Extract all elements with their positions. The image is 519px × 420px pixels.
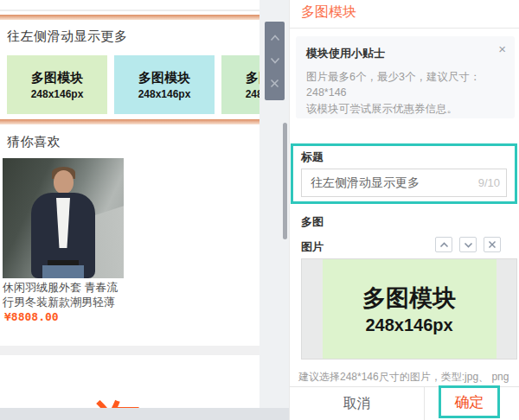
product-name-line1: 休闲羽绒服外套 青春流 — [3, 281, 119, 294]
module-move-down-button[interactable] — [268, 54, 281, 67]
title-field-highlight — [291, 143, 517, 204]
preview-card-3[interactable]: 多图模块 248x146px — [221, 55, 260, 114]
product-name-line2: 行男冬装新款潮男轻薄 — [3, 296, 115, 309]
close-icon[interactable]: × — [498, 41, 506, 56]
tips-card: × 模块使用小贴士 图片最多6个，最少3个，建议尺寸： 248*146 该模块可… — [296, 36, 515, 118]
taobao-logo: 淘 — [93, 391, 142, 408]
tips-line-1: 图片最多6个，最少3个，建议尺寸： — [306, 70, 480, 85]
image-move-up-button[interactable] — [435, 237, 452, 252]
panel-footer: 取消 确定 — [290, 386, 519, 420]
preview-gutter — [260, 0, 289, 408]
image-move-down-button[interactable] — [459, 237, 477, 252]
photo-jeans — [42, 265, 84, 278]
footer-logo-module: 淘 — [0, 355, 260, 408]
chevron-up-icon — [270, 35, 280, 41]
preview-module-title: 往左侧滑动显示更多 — [7, 29, 128, 45]
chevron-down-icon — [464, 242, 473, 248]
image-preview-size: 248x146px — [365, 315, 452, 335]
preview-card-1[interactable]: 多图模块 248x146px — [7, 55, 107, 114]
preview-bottom-bar — [0, 408, 289, 420]
module-move-up-button[interactable] — [268, 32, 281, 45]
footer-divider — [424, 387, 425, 420]
card-label: 多图模块 — [138, 70, 190, 86]
image-row-label: 图片 — [301, 239, 324, 255]
module-settings-panel: 多图模块 × 模块使用小贴士 图片最多6个，最少3个，建议尺寸： 248*146… — [289, 0, 519, 420]
photo-head — [54, 170, 74, 194]
image-hint: 建议选择248*146尺寸的图片，类型:jpg、 png — [298, 370, 509, 385]
product-image[interactable] — [3, 158, 124, 278]
module-highlight-bottom — [0, 119, 260, 124]
chevron-down-icon — [270, 57, 280, 64]
image-delete-button[interactable] — [484, 237, 501, 252]
confirm-button-label: 确定 — [455, 392, 484, 412]
image-preview-frame[interactable]: 多图模块 248x146px — [301, 258, 517, 360]
tips-title: 模块使用小贴士 — [306, 46, 385, 61]
cancel-button[interactable]: 取消 — [290, 387, 424, 420]
product-name: 休闲羽绒服外套 青春流 行男冬装新款潮男轻薄 — [3, 280, 129, 309]
product-price: ¥8808.00 — [4, 310, 59, 323]
tips-line-3: 该模块可尝试展示优惠券信息。 — [306, 102, 458, 117]
preview-scrollbar-thumb[interactable] — [283, 123, 287, 239]
x-icon — [270, 79, 279, 88]
confirm-button[interactable]: 确定 — [439, 385, 500, 418]
x-icon — [488, 240, 497, 249]
card-size: 248x146px — [31, 88, 84, 100]
panel-title: 多图模块 — [301, 3, 356, 22]
module-toolbar — [265, 22, 285, 100]
card-size: 248x146px — [138, 88, 191, 100]
preview-card-2[interactable]: 多图模块 248x146px — [114, 55, 215, 114]
chevron-up-icon — [439, 242, 449, 248]
guess-you-like-title: 猜你喜欢 — [7, 134, 61, 150]
page-preview: 往左侧滑动显示更多 多图模块 248x146px 多图模块 248x146px … — [0, 0, 260, 420]
module-highlight-top — [0, 15, 260, 20]
panel-divider — [290, 28, 519, 29]
module-delete-button[interactable] — [268, 77, 281, 90]
screen: 往左侧滑动显示更多 多图模块 248x146px 多图模块 248x146px … — [0, 0, 519, 420]
card-label: 多图模块 — [246, 70, 260, 86]
module-separator-band — [0, 346, 260, 355]
card-label: 多图模块 — [31, 70, 83, 86]
module-divider — [0, 10, 260, 11]
multi-image-section-label: 多图 — [301, 214, 324, 230]
image-preview-label: 多图模块 — [362, 283, 456, 314]
card-size: 248x146px — [246, 88, 260, 100]
tips-line-2: 248*146 — [306, 86, 347, 99]
image-preview-thumbnail: 多图模块 248x146px — [323, 259, 497, 359]
